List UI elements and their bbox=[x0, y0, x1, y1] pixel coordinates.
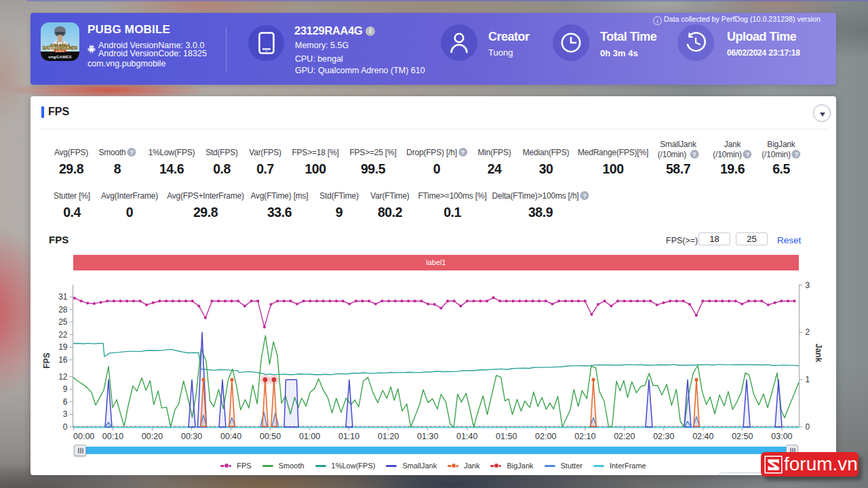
svg-text:00:40: 00:40 bbox=[220, 432, 241, 441]
svg-text:31: 31 bbox=[58, 292, 68, 302]
svg-text:02:20: 02:20 bbox=[614, 432, 635, 441]
svg-text:vngGAMES: vngGAMES bbox=[48, 55, 71, 59]
svg-text:00:20: 00:20 bbox=[142, 432, 163, 441]
svg-text:02:00: 02:00 bbox=[535, 432, 556, 441]
svg-text:Jank: Jank bbox=[814, 344, 823, 363]
svg-text:16: 16 bbox=[58, 355, 68, 365]
svg-text:6: 6 bbox=[63, 397, 68, 407]
svg-text:0: 0 bbox=[806, 422, 810, 432]
svg-text:01:40: 01:40 bbox=[456, 432, 477, 441]
svg-text:01:20: 01:20 bbox=[378, 432, 399, 441]
svg-text:01:00: 01:00 bbox=[299, 432, 320, 441]
svg-text:00:00: 00:00 bbox=[73, 432, 94, 441]
svg-text:22: 22 bbox=[58, 330, 68, 340]
svg-text:02:50: 02:50 bbox=[732, 432, 753, 441]
svg-text:FPS: FPS bbox=[42, 352, 52, 368]
svg-text:02:30: 02:30 bbox=[653, 432, 674, 441]
svg-text:3: 3 bbox=[63, 409, 68, 419]
svg-text:25: 25 bbox=[58, 317, 68, 327]
svg-text:2: 2 bbox=[806, 327, 810, 337]
svg-text:03:00: 03:00 bbox=[771, 432, 792, 441]
svg-text:02:40: 02:40 bbox=[692, 432, 713, 441]
svg-text:01:30: 01:30 bbox=[417, 432, 438, 441]
svg-text:MOBILE: MOBILE bbox=[56, 50, 65, 53]
svg-text:9: 9 bbox=[63, 384, 68, 394]
svg-text:28: 28 bbox=[58, 305, 68, 314]
svg-text:00:30: 00:30 bbox=[181, 432, 202, 441]
svg-text:00:10: 00:10 bbox=[102, 432, 123, 441]
svg-text:00:50: 00:50 bbox=[260, 432, 281, 441]
svg-text:01:10: 01:10 bbox=[338, 432, 359, 441]
svg-text:0: 0 bbox=[63, 422, 68, 432]
svg-text:19: 19 bbox=[58, 342, 68, 352]
svg-text:3: 3 bbox=[806, 281, 810, 290]
svg-text:12: 12 bbox=[58, 372, 68, 382]
svg-text:02:10: 02:10 bbox=[574, 432, 595, 441]
svg-text:01:50: 01:50 bbox=[496, 432, 517, 441]
svg-text:1: 1 bbox=[806, 375, 810, 384]
